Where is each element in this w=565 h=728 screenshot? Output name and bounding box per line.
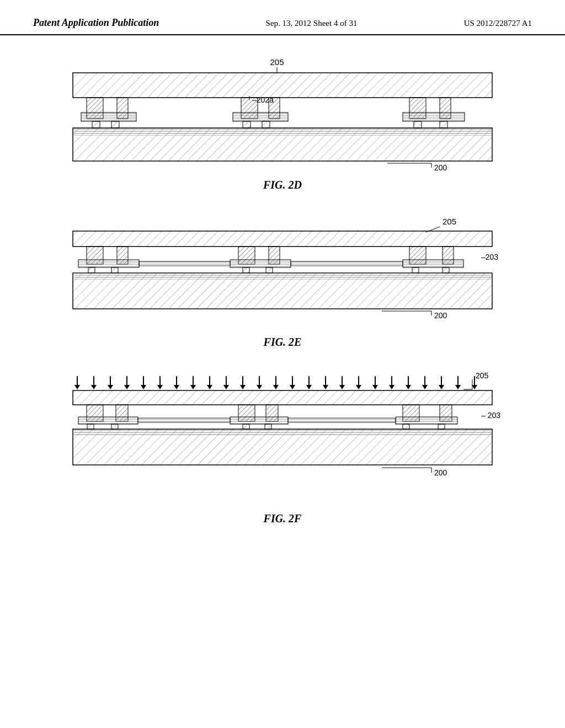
svg-rect-119	[265, 424, 271, 429]
svg-rect-11	[111, 121, 119, 128]
svg-rect-23	[73, 128, 492, 136]
label-203-2e: –203	[481, 253, 498, 261]
svg-rect-109	[73, 390, 492, 405]
svg-rect-124	[438, 424, 445, 429]
arrows-group	[74, 376, 477, 389]
svg-rect-123	[403, 424, 409, 429]
label-200-2e: 200	[434, 311, 447, 320]
svg-rect-35	[88, 267, 95, 273]
figure-2e: 205 –203	[33, 215, 532, 350]
svg-rect-10	[92, 121, 100, 128]
svg-rect-45	[412, 267, 419, 273]
svg-marker-64	[124, 385, 130, 389]
svg-rect-114	[111, 424, 118, 429]
svg-rect-128	[73, 429, 492, 436]
svg-marker-96	[389, 385, 395, 389]
fig2d-diagram: 205 –202a	[56, 57, 509, 173]
svg-rect-112	[78, 417, 138, 424]
svg-rect-9	[81, 113, 136, 121]
svg-rect-21	[440, 121, 447, 128]
fig2d-label: FIG. 2D	[263, 179, 302, 191]
svg-marker-60	[91, 385, 97, 389]
svg-marker-102	[439, 385, 444, 389]
label-200-2d: 200	[434, 163, 447, 172]
fig2f-diagram: 205 – 203	[56, 372, 509, 507]
svg-marker-58	[74, 385, 80, 389]
svg-marker-86	[306, 385, 312, 389]
svg-rect-48	[291, 261, 403, 266]
svg-rect-125	[138, 418, 230, 422]
svg-rect-118	[243, 424, 249, 429]
label-205-2f: 205	[476, 372, 489, 380]
svg-rect-36	[111, 267, 118, 273]
svg-marker-66	[141, 385, 146, 389]
svg-marker-82	[273, 385, 279, 389]
svg-marker-72	[190, 385, 196, 389]
svg-marker-62	[108, 385, 113, 389]
label-203-2f: – 203	[481, 411, 500, 420]
svg-marker-92	[356, 385, 361, 389]
svg-rect-31	[73, 231, 492, 247]
publication-title: Patent Application Publication	[33, 17, 159, 29]
main-content: 205 –202a	[0, 35, 565, 548]
svg-marker-88	[323, 385, 328, 389]
svg-rect-40	[243, 267, 249, 273]
page-header: Patent Application Publication Sep. 13, …	[0, 0, 565, 35]
svg-marker-98	[406, 385, 411, 389]
svg-rect-50	[73, 273, 492, 280]
svg-marker-70	[174, 385, 179, 389]
svg-marker-78	[240, 385, 246, 389]
label-205-2d: 205	[270, 57, 284, 67]
svg-rect-47	[139, 261, 230, 266]
svg-marker-76	[223, 385, 229, 389]
svg-marker-90	[339, 385, 345, 389]
figure-2d: 205 –202a	[33, 57, 532, 192]
svg-marker-74	[207, 385, 212, 389]
fig2f-label: FIG. 2F	[264, 512, 302, 525]
figure-2f: 205 – 203	[33, 372, 532, 526]
svg-marker-80	[257, 385, 262, 389]
fig2e-label: FIG. 2E	[264, 336, 302, 349]
svg-rect-126	[288, 418, 396, 422]
svg-rect-117	[230, 417, 288, 424]
svg-rect-5	[73, 73, 492, 98]
fig2e-diagram: 205 –203	[56, 215, 509, 330]
label-200-2f: 200	[434, 468, 447, 477]
svg-marker-100	[422, 385, 428, 389]
svg-rect-44	[403, 260, 463, 267]
svg-marker-68	[157, 385, 163, 389]
svg-rect-122	[396, 417, 457, 424]
svg-rect-113	[87, 424, 94, 429]
svg-marker-84	[290, 385, 295, 389]
svg-marker-104	[455, 385, 461, 389]
svg-rect-16	[262, 121, 270, 128]
label-205-2e: 205	[443, 217, 456, 226]
svg-rect-20	[414, 121, 422, 128]
svg-rect-41	[266, 267, 273, 273]
date-sheet: Sep. 13, 2012 Sheet 4 of 31	[266, 17, 358, 30]
svg-rect-19	[403, 113, 465, 121]
svg-rect-46	[443, 267, 449, 273]
svg-rect-14	[233, 113, 288, 121]
svg-marker-94	[372, 385, 378, 389]
svg-rect-15	[243, 121, 250, 128]
svg-rect-34	[78, 260, 139, 267]
patent-number: US 2012/228727 A1	[464, 17, 532, 30]
svg-rect-39	[230, 260, 291, 267]
